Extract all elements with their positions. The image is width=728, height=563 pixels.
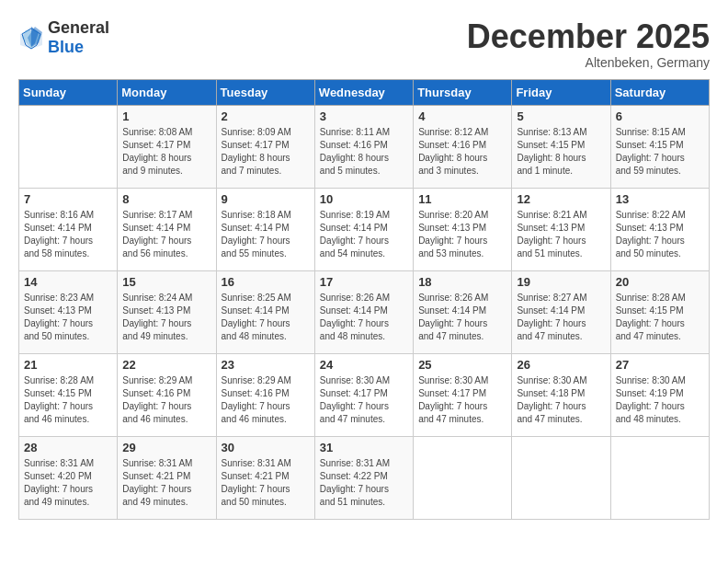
calendar-cell: 26Sunrise: 8:30 AM Sunset: 4:18 PM Dayli…: [512, 353, 610, 436]
day-info: Sunrise: 8:31 AM Sunset: 4:22 PM Dayligh…: [320, 457, 408, 509]
day-info: Sunrise: 8:20 AM Sunset: 4:13 PM Dayligh…: [418, 209, 506, 260]
calendar-cell: 15Sunrise: 8:24 AM Sunset: 4:13 PM Dayli…: [118, 270, 216, 353]
calendar-cell: [512, 436, 610, 519]
calendar-cell: 3Sunrise: 8:11 AM Sunset: 4:16 PM Daylig…: [314, 105, 413, 188]
header-friday: Friday: [512, 79, 610, 105]
day-number: 10: [320, 192, 408, 206]
day-info: Sunrise: 8:25 AM Sunset: 4:14 PM Dayligh…: [222, 292, 310, 343]
day-info: Sunrise: 8:16 AM Sunset: 4:14 PM Dayligh…: [24, 209, 112, 260]
day-number: 6: [616, 109, 704, 123]
day-info: Sunrise: 8:24 AM Sunset: 4:13 PM Dayligh…: [122, 292, 210, 343]
calendar-cell: [19, 105, 118, 188]
week-row-5: 28Sunrise: 8:31 AM Sunset: 4:20 PM Dayli…: [19, 436, 710, 519]
calendar-cell: 5Sunrise: 8:13 AM Sunset: 4:15 PM Daylig…: [512, 105, 610, 188]
calendar-cell: 25Sunrise: 8:30 AM Sunset: 4:17 PM Dayli…: [414, 353, 512, 436]
week-row-1: 1Sunrise: 8:08 AM Sunset: 4:17 PM Daylig…: [19, 105, 710, 188]
day-info: Sunrise: 8:29 AM Sunset: 4:16 PM Dayligh…: [222, 374, 310, 426]
logo-text: General Blue: [48, 18, 109, 57]
day-number: 31: [320, 441, 408, 454]
calendar-cell: 17Sunrise: 8:26 AM Sunset: 4:14 PM Dayli…: [314, 270, 413, 353]
day-info: Sunrise: 8:26 AM Sunset: 4:14 PM Dayligh…: [418, 292, 506, 343]
day-number: 3: [320, 109, 408, 123]
header-saturday: Saturday: [610, 79, 709, 105]
day-number: 23: [222, 358, 310, 372]
logo-icon: [18, 25, 44, 51]
calendar-cell: 29Sunrise: 8:31 AM Sunset: 4:21 PM Dayli…: [118, 436, 216, 519]
day-info: Sunrise: 8:19 AM Sunset: 4:14 PM Dayligh…: [320, 209, 408, 260]
calendar-cell: 2Sunrise: 8:09 AM Sunset: 4:17 PM Daylig…: [216, 105, 314, 188]
calendar-cell: [610, 436, 709, 519]
title-block: December 2025 Altenbeken, Germany: [467, 18, 710, 70]
day-info: Sunrise: 8:12 AM Sunset: 4:16 PM Dayligh…: [418, 126, 506, 178]
day-info: Sunrise: 8:17 AM Sunset: 4:14 PM Dayligh…: [122, 209, 210, 260]
day-number: 22: [122, 358, 210, 372]
week-row-2: 7Sunrise: 8:16 AM Sunset: 4:14 PM Daylig…: [19, 188, 710, 270]
calendar-cell: 13Sunrise: 8:22 AM Sunset: 4:13 PM Dayli…: [610, 188, 709, 270]
calendar-cell: 18Sunrise: 8:26 AM Sunset: 4:14 PM Dayli…: [414, 270, 512, 353]
calendar-cell: 6Sunrise: 8:15 AM Sunset: 4:15 PM Daylig…: [610, 105, 709, 188]
day-info: Sunrise: 8:31 AM Sunset: 4:20 PM Dayligh…: [24, 457, 112, 509]
day-info: Sunrise: 8:30 AM Sunset: 4:17 PM Dayligh…: [320, 374, 408, 426]
day-number: 19: [517, 275, 605, 289]
day-info: Sunrise: 8:29 AM Sunset: 4:16 PM Dayligh…: [122, 374, 210, 426]
calendar-cell: 16Sunrise: 8:25 AM Sunset: 4:14 PM Dayli…: [216, 270, 314, 353]
calendar-cell: 7Sunrise: 8:16 AM Sunset: 4:14 PM Daylig…: [19, 188, 118, 270]
day-number: 4: [418, 109, 506, 123]
calendar-cell: 27Sunrise: 8:30 AM Sunset: 4:19 PM Dayli…: [610, 353, 709, 436]
day-info: Sunrise: 8:13 AM Sunset: 4:15 PM Dayligh…: [517, 126, 605, 178]
calendar-cell: 21Sunrise: 8:28 AM Sunset: 4:15 PM Dayli…: [19, 353, 118, 436]
logo-blue: Blue: [48, 38, 84, 56]
calendar-cell: 28Sunrise: 8:31 AM Sunset: 4:20 PM Dayli…: [19, 436, 118, 519]
calendar-cell: 10Sunrise: 8:19 AM Sunset: 4:14 PM Dayli…: [314, 188, 413, 270]
calendar-cell: 11Sunrise: 8:20 AM Sunset: 4:13 PM Dayli…: [414, 188, 512, 270]
day-info: Sunrise: 8:28 AM Sunset: 4:15 PM Dayligh…: [24, 374, 112, 426]
day-number: 29: [122, 441, 210, 454]
calendar-cell: 12Sunrise: 8:21 AM Sunset: 4:13 PM Dayli…: [512, 188, 610, 270]
day-info: Sunrise: 8:30 AM Sunset: 4:18 PM Dayligh…: [517, 374, 605, 426]
header-monday: Monday: [118, 79, 216, 105]
day-number: 21: [24, 358, 112, 372]
day-info: Sunrise: 8:18 AM Sunset: 4:14 PM Dayligh…: [222, 209, 310, 260]
day-number: 13: [616, 192, 704, 206]
day-info: Sunrise: 8:23 AM Sunset: 4:13 PM Dayligh…: [24, 292, 112, 343]
month-title: December 2025: [467, 18, 710, 55]
day-info: Sunrise: 8:31 AM Sunset: 4:21 PM Dayligh…: [122, 457, 210, 509]
day-number: 30: [222, 441, 310, 454]
day-info: Sunrise: 8:15 AM Sunset: 4:15 PM Dayligh…: [616, 126, 704, 178]
header-sunday: Sunday: [19, 79, 118, 105]
day-info: Sunrise: 8:26 AM Sunset: 4:14 PM Dayligh…: [320, 292, 408, 343]
day-info: Sunrise: 8:11 AM Sunset: 4:16 PM Dayligh…: [320, 126, 408, 178]
day-number: 17: [320, 275, 408, 289]
calendar-cell: 1Sunrise: 8:08 AM Sunset: 4:17 PM Daylig…: [118, 105, 216, 188]
header-wednesday: Wednesday: [314, 79, 413, 105]
day-number: 18: [418, 275, 506, 289]
day-number: 14: [24, 275, 112, 289]
week-row-4: 21Sunrise: 8:28 AM Sunset: 4:15 PM Dayli…: [19, 353, 710, 436]
calendar-cell: 9Sunrise: 8:18 AM Sunset: 4:14 PM Daylig…: [216, 188, 314, 270]
day-number: 26: [517, 358, 605, 372]
calendar-cell: 20Sunrise: 8:28 AM Sunset: 4:15 PM Dayli…: [610, 270, 709, 353]
day-number: 20: [616, 275, 704, 289]
day-number: 11: [418, 192, 506, 206]
day-info: Sunrise: 8:30 AM Sunset: 4:19 PM Dayligh…: [616, 374, 704, 426]
calendar-cell: [414, 436, 512, 519]
calendar-header-row: SundayMondayTuesdayWednesdayThursdayFrid…: [19, 79, 710, 105]
day-info: Sunrise: 8:31 AM Sunset: 4:21 PM Dayligh…: [222, 457, 310, 509]
day-number: 9: [222, 192, 310, 206]
day-info: Sunrise: 8:30 AM Sunset: 4:17 PM Dayligh…: [418, 374, 506, 426]
day-number: 25: [418, 358, 506, 372]
day-number: 5: [517, 109, 605, 123]
day-info: Sunrise: 8:09 AM Sunset: 4:17 PM Dayligh…: [222, 126, 310, 178]
day-number: 2: [222, 109, 310, 123]
day-number: 12: [517, 192, 605, 206]
day-number: 8: [122, 192, 210, 206]
logo: General Blue: [18, 18, 109, 57]
day-number: 24: [320, 358, 408, 372]
day-number: 27: [616, 358, 704, 372]
calendar-table: SundayMondayTuesdayWednesdayThursdayFrid…: [18, 79, 710, 520]
calendar-cell: 22Sunrise: 8:29 AM Sunset: 4:16 PM Dayli…: [118, 353, 216, 436]
day-info: Sunrise: 8:28 AM Sunset: 4:15 PM Dayligh…: [616, 292, 704, 343]
day-info: Sunrise: 8:08 AM Sunset: 4:17 PM Dayligh…: [122, 126, 210, 178]
day-number: 1: [122, 109, 210, 123]
logo-general: General: [48, 18, 109, 37]
